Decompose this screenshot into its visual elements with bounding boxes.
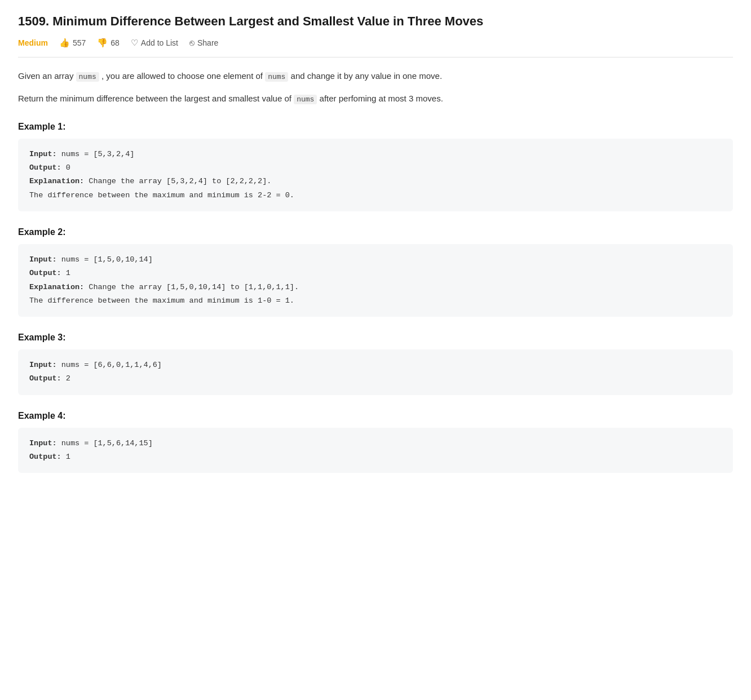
share-label: Share [197,38,218,47]
desc-p1-code2: nums [265,72,288,82]
dislikes-count: 68 [111,38,120,47]
share-button[interactable]: ⎋ Share [189,38,218,47]
difficulty-badge: Medium [18,38,48,47]
heart-icon: ♡ [131,38,138,48]
description-para-1: Given an array nums , you are allowed to… [18,69,733,83]
desc-p2-prefix: Return the minimum difference between th… [18,94,291,103]
desc-p2-code: nums [294,95,317,104]
example-2-code-block: Input: nums = [1,5,0,10,14]Output: 1Expl… [18,244,733,317]
example-3: Example 3:Input: nums = [6,6,0,1,1,4,6]O… [18,333,733,395]
example-4-code-block: Input: nums = [1,5,6,14,15]Output: 1 [18,428,733,473]
add-to-list-label: Add to List [141,38,178,47]
share-icon: ⎋ [189,38,195,47]
example-4-heading: Example 4: [18,411,733,421]
desc-p1-code1: nums [76,72,99,82]
example-1-output-line: Output: 0 [29,161,722,175]
example-3-input-line: Input: nums = [6,6,0,1,1,4,6] [29,358,722,372]
likes-button[interactable]: 👍 557 [59,38,86,48]
example-2-explanation-line1: Explanation: Change the array [1,5,0,10,… [29,281,722,294]
example-2-explanation-line2: The difference between the maximum and m… [29,294,722,308]
example-2: Example 2:Input: nums = [1,5,0,10,14]Out… [18,227,733,317]
add-to-list-button[interactable]: ♡ Add to List [131,38,178,48]
dislikes-button[interactable]: 👎 68 [97,38,120,48]
example-3-code-block: Input: nums = [6,6,0,1,1,4,6]Output: 2 [18,349,733,395]
desc-p1-suffix: and change it by any value in one move. [291,71,443,81]
example-4: Example 4:Input: nums = [1,5,6,14,15]Out… [18,411,733,473]
example-1-input-line: Input: nums = [5,3,2,4] [29,148,722,161]
problem-title: 1509. Minimum Difference Between Largest… [18,14,733,30]
example-1-explanation-line2: The difference between the maximum and m… [29,189,722,202]
example-2-output-line: Output: 1 [29,267,722,280]
example-1: Example 1:Input: nums = [5,3,2,4]Output:… [18,122,733,211]
example-3-output-line: Output: 2 [29,372,722,386]
example-4-input-line: Input: nums = [1,5,6,14,15] [29,437,722,450]
desc-p2-suffix: after perfoming at most 3 moves. [320,94,443,103]
example-1-heading: Example 1: [18,122,733,132]
example-2-input-line: Input: nums = [1,5,0,10,14] [29,253,722,267]
desc-p1-mid: , you are allowed to choose one element … [101,71,263,81]
example-1-explanation-line1: Explanation: Change the array [5,3,2,4] … [29,175,722,188]
desc-p1-prefix: Given an array [18,71,73,81]
description-para-2: Return the minimum difference between th… [18,91,733,106]
example-2-heading: Example 2: [18,227,733,237]
thumbs-up-icon: 👍 [59,38,70,48]
problem-description: Given an array nums , you are allowed to… [18,69,733,106]
meta-bar: Medium 👍 557 👎 68 ♡ Add to List ⎋ Share [18,38,733,57]
example-3-heading: Example 3: [18,333,733,343]
thumbs-down-icon: 👎 [97,38,108,48]
example-1-code-block: Input: nums = [5,3,2,4]Output: 0Explanat… [18,139,733,211]
example-4-output-line: Output: 1 [29,450,722,464]
examples-container: Example 1:Input: nums = [5,3,2,4]Output:… [18,122,733,473]
likes-count: 557 [73,38,86,47]
